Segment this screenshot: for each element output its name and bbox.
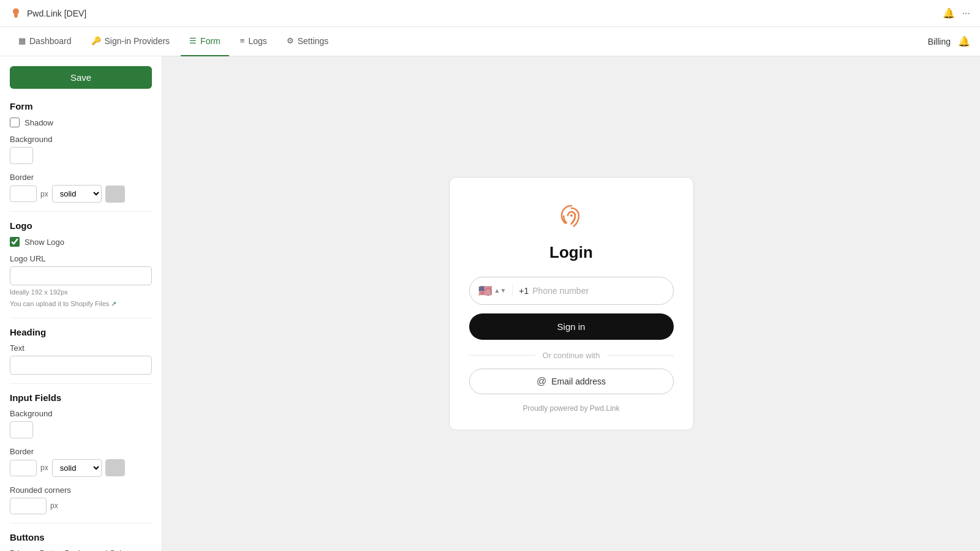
sidebar: Save Form Shadow Background Border 1 px … <box>0 56 162 551</box>
or-divider: Or continue with <box>469 351 674 360</box>
input-background-swatch[interactable] <box>10 421 33 438</box>
layout: Save Form Shadow Background Border 1 px … <box>0 56 980 551</box>
card-title: Login <box>469 243 674 262</box>
buttons-section-title: Buttons <box>10 532 152 542</box>
card-logo <box>469 200 674 236</box>
show-logo-checkbox[interactable] <box>10 237 20 247</box>
logo-hint2: You can upload it to Shopify Files ↗ <box>10 299 152 309</box>
top-bar: Pwd.Link [DEV] 🔔 ··· <box>0 0 980 27</box>
top-bar-left: Pwd.Link [DEV] <box>10 7 86 20</box>
tab-logs[interactable]: ≡ Logs <box>232 27 276 56</box>
phone-input-row[interactable]: 🇺🇸 ▲▼ +1 Phone number <box>469 277 674 305</box>
border-color-swatch[interactable] <box>105 186 125 203</box>
logs-icon: ≡ <box>240 36 245 45</box>
svg-rect-0 <box>15 17 18 18</box>
shopify-files-link[interactable]: ↗ <box>111 300 116 307</box>
dashboard-icon: ▦ <box>18 36 26 45</box>
divider-buttons <box>10 523 152 523</box>
divider-heading <box>10 318 152 318</box>
rounded-corners-unit: px <box>50 501 58 510</box>
at-icon: @ <box>537 376 546 387</box>
powered-text: Proudly powered by Pwd.Link <box>469 404 674 413</box>
form-icon: ☰ <box>189 36 197 45</box>
billing-link[interactable]: Billing <box>928 37 951 47</box>
heading-section: Heading Text Login <box>10 327 152 375</box>
rounded-corners-input[interactable]: 30 <box>10 498 47 514</box>
tab-sign-in-providers[interactable]: 🔑 Sign-in Providers <box>83 27 179 56</box>
form-section: Form Shadow Background Border 1 px solid… <box>10 101 152 203</box>
logo-url-field: Logo URL https://pwd.link/assets/l Ideal… <box>10 254 152 309</box>
sign-in-providers-icon: 🔑 <box>91 36 101 45</box>
shadow-checkbox[interactable] <box>10 118 20 127</box>
tab-logs-label: Logs <box>248 36 266 46</box>
input-border-unit-label: px <box>40 463 48 472</box>
input-fields-section-title: Input Fields <box>10 392 152 403</box>
tab-form[interactable]: ☰ Form <box>181 27 229 56</box>
background-label: Background <box>10 135 152 144</box>
tab-dashboard-label: Dashboard <box>29 36 72 46</box>
flag-arrows-icon: ▲▼ <box>494 288 507 294</box>
phone-placeholder: Phone number <box>532 286 664 296</box>
input-border-row: 1 px solid dashed dotted none <box>10 459 152 477</box>
save-button[interactable]: Save <box>10 66 152 89</box>
divider-input-fields <box>10 383 152 384</box>
heading-text-label: Text <box>10 343 152 353</box>
show-logo-label: Show Logo <box>24 238 64 247</box>
input-border-width-input[interactable]: 1 <box>10 460 37 476</box>
border-unit-label: px <box>40 190 48 198</box>
input-border-color-swatch[interactable] <box>105 459 125 476</box>
divider-logo <box>10 211 152 212</box>
tab-settings-label: Settings <box>298 36 329 46</box>
input-fields-section: Input Fields Background Border 1 px soli… <box>10 392 152 514</box>
tab-settings[interactable]: ⚙ Settings <box>278 27 337 56</box>
tab-form-label: Form <box>200 36 221 46</box>
input-border-label: Border <box>10 447 152 456</box>
rounded-corners-field: Rounded corners 30 px <box>10 485 152 514</box>
email-button[interactable]: @ Email address <box>469 369 674 394</box>
border-width-input[interactable]: 1 <box>10 186 37 202</box>
nav-tabs-right: Billing 🔔 <box>928 36 970 47</box>
logo-section-title: Logo <box>10 220 152 231</box>
show-logo-row: Show Logo <box>10 237 152 247</box>
app-logo-icon <box>10 7 22 20</box>
border-label: Border <box>10 173 152 182</box>
background-color-swatch[interactable] <box>10 147 33 164</box>
shadow-row: Shadow <box>10 118 152 127</box>
nav-tabs-left: ▦ Dashboard 🔑 Sign-in Providers ☰ Form ≡… <box>10 27 337 56</box>
logo-url-label: Logo URL <box>10 254 152 263</box>
border-field: Border 1 px solid dashed dotted none <box>10 173 152 203</box>
sign-in-button[interactable]: Sign in <box>469 313 674 340</box>
heading-text-field: Text Login <box>10 343 152 375</box>
bell-icon[interactable]: 🔔 <box>943 7 955 19</box>
tab-sign-in-providers-label: Sign-in Providers <box>105 36 170 46</box>
input-background-field: Background <box>10 409 152 438</box>
border-style-select[interactable]: solid dashed dotted none <box>52 185 102 203</box>
fingerprint-icon <box>554 200 589 234</box>
or-continue-text: Or continue with <box>543 351 600 360</box>
tab-dashboard[interactable]: ▦ Dashboard <box>10 27 80 56</box>
buttons-section: Buttons Primary Button Background Color <box>10 532 152 551</box>
form-section-title: Form <box>10 101 152 111</box>
background-field: Background <box>10 135 152 164</box>
top-bar-right: 🔔 ··· <box>943 7 970 19</box>
primary-btn-bg-label: Primary Button Background Color <box>10 549 152 551</box>
heading-section-title: Heading <box>10 327 152 337</box>
rounded-corners-label: Rounded corners <box>10 485 152 495</box>
heading-text-input[interactable]: Login <box>10 356 152 375</box>
flag-selector[interactable]: 🇺🇸 ▲▼ <box>478 284 513 298</box>
country-code: +1 <box>519 286 529 296</box>
svg-point-1 <box>570 214 573 217</box>
nav-bell-icon[interactable]: 🔔 <box>958 36 970 47</box>
logo-url-input[interactable]: https://pwd.link/assets/l <box>10 266 152 285</box>
input-border-field: Border 1 px solid dashed dotted none <box>10 447 152 477</box>
settings-icon: ⚙ <box>287 36 294 45</box>
app-title: Pwd.Link [DEV] <box>27 9 86 18</box>
nav-tabs: ▦ Dashboard 🔑 Sign-in Providers ☰ Form ≡… <box>0 27 980 56</box>
login-card: Login 🇺🇸 ▲▼ +1 Phone number Sign in Or c… <box>449 177 694 430</box>
logo-hint1: Ideally 192 x 192px <box>10 288 152 297</box>
rounded-corners-row: 30 px <box>10 498 152 514</box>
logo-section: Logo Show Logo Logo URL https://pwd.link… <box>10 220 152 309</box>
border-row: 1 px solid dashed dotted none <box>10 185 152 203</box>
input-border-style-select[interactable]: solid dashed dotted none <box>52 459 102 477</box>
more-icon[interactable]: ··· <box>962 8 970 19</box>
